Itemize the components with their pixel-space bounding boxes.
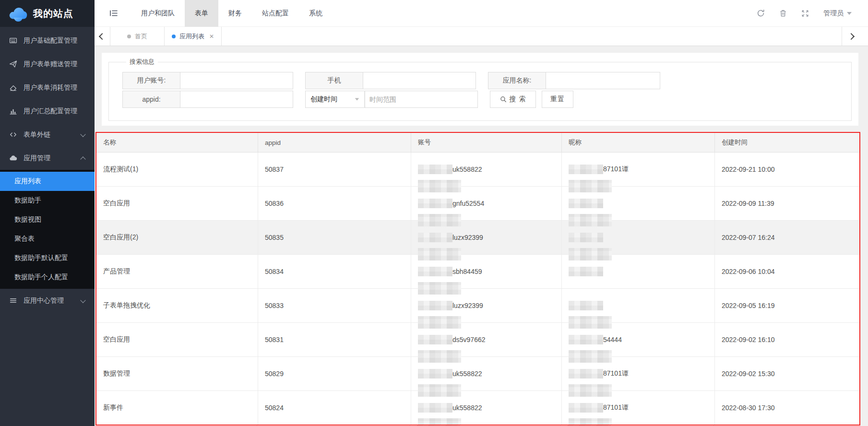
- column-header-appid[interactable]: appid: [258, 133, 411, 152]
- subitem-label: 数据助手: [14, 196, 41, 205]
- search-button[interactable]: 搜 索: [490, 91, 536, 108]
- table-row[interactable]: 新事件 50824 uk558822 87101谭 2022-08-30 17:…: [96, 391, 859, 425]
- tab-label: 首页: [135, 32, 147, 41]
- sidebar-item-user-summary-config[interactable]: 用户汇总配置管理: [0, 99, 95, 123]
- sidebar-item-form-gift[interactable]: 用户表单赠送管理: [0, 52, 95, 76]
- app-management-submenu: 应用列表 数据助手 数据视图 聚合表 数据助手默认配置 数据助手个人配置: [0, 170, 95, 289]
- table-row[interactable]: 产品管理 50834 sbh84459 2022-09-06 10:04: [96, 255, 859, 289]
- column-header-account[interactable]: 账号: [411, 133, 562, 152]
- table-row[interactable]: 空白应用 50836 gnfu52554 2022-09-09 11:39: [96, 187, 859, 221]
- sidebar-item-label: 表单外链: [24, 130, 50, 139]
- cell-appid: 50833: [258, 289, 411, 322]
- page-content: 搜索信息 用户账号: 手机 应用名称:: [95, 46, 868, 426]
- top-menu-label: 站点配置: [262, 9, 289, 18]
- sidebar-item-label: 用户表单消耗管理: [24, 83, 77, 92]
- redaction-blur: [418, 214, 461, 226]
- cell-appid: 50834: [258, 255, 411, 288]
- appid-input[interactable]: [180, 91, 293, 108]
- refresh-icon[interactable]: [757, 9, 765, 17]
- sidebar-subitem-data-helper-default-config[interactable]: 数据助手默认配置: [0, 248, 95, 268]
- brand-logo[interactable]: 我的站点: [0, 0, 95, 27]
- reset-button[interactable]: 重置: [542, 91, 573, 108]
- close-icon[interactable]: ✕: [209, 33, 214, 40]
- tab-dot-icon: [127, 35, 131, 38]
- cell-created: 2022-09-21 10:00: [715, 153, 859, 186]
- cell-name: 数据管理: [96, 357, 258, 390]
- tabs-scroll-right-button[interactable]: [842, 27, 860, 46]
- eraser-icon: [9, 83, 17, 92]
- top-menu-finance[interactable]: 财务: [218, 0, 252, 27]
- chevron-up-icon: [80, 156, 85, 162]
- sidebar-item-app-management[interactable]: 应用管理: [0, 146, 95, 170]
- phone-input[interactable]: [363, 72, 476, 89]
- admin-user-label: 管理员: [823, 9, 844, 18]
- redaction-blur: [569, 316, 612, 329]
- redaction-blur: [569, 350, 612, 363]
- top-menu-label: 财务: [228, 9, 242, 18]
- side-menu: 用户基础配置管理 用户表单赠送管理 用户表单消耗管理: [0, 27, 95, 312]
- cell-appid: 50831: [258, 323, 411, 356]
- tabs-scroll-left-button[interactable]: [95, 27, 110, 46]
- brand-title: 我的站点: [33, 7, 73, 20]
- table-header-row: 名称 appid 账号 昵称 创建时间: [96, 133, 859, 153]
- table-row[interactable]: 空白应用 50831 ds5v97662 54444 2022-09-02 16…: [96, 323, 859, 357]
- cell-created: 2022-09-02 16:10: [715, 323, 859, 356]
- search-legend: 搜索信息: [126, 58, 158, 66]
- time-type-select[interactable]: 创建时间: [305, 91, 365, 108]
- table-row[interactable]: 空白应用(2) 50835 luzx92399 2022-09-07 16:24: [96, 221, 859, 255]
- top-menu-site-config[interactable]: 站点配置: [252, 0, 299, 27]
- fullscreen-icon[interactable]: [801, 10, 809, 17]
- sidebar-subitem-aggregate-table[interactable]: 聚合表: [0, 229, 95, 248]
- sidebar-subitem-data-helper-personal-config[interactable]: 数据助手个人配置: [0, 268, 95, 287]
- cell-name: 空白应用(2): [96, 221, 258, 254]
- cell-appid: 50837: [258, 153, 411, 186]
- table-row[interactable]: 流程测试(1) 50837 uk558822 87101谭 2022-09-21…: [96, 153, 859, 187]
- cell-name: 空白应用: [96, 187, 258, 220]
- top-menu-forms[interactable]: 表单: [185, 0, 218, 27]
- admin-user-dropdown[interactable]: 管理员: [823, 9, 852, 18]
- sidebar-subitem-data-helper[interactable]: 数据助手: [0, 191, 95, 210]
- bar-chart-icon: [9, 107, 17, 115]
- collapse-sidebar-icon[interactable]: [95, 9, 131, 17]
- sidebar-item-form-external-link[interactable]: 表单外链: [0, 123, 95, 146]
- column-header-created[interactable]: 创建时间: [715, 133, 859, 152]
- trash-icon[interactable]: [779, 9, 787, 17]
- cell-name: 流程测试(1): [96, 153, 258, 186]
- redaction-blur: [418, 335, 452, 344]
- redaction-blur: [418, 418, 461, 426]
- top-menu-system[interactable]: 系统: [299, 0, 333, 27]
- sidebar-subitem-app-list[interactable]: 应用列表: [0, 172, 95, 191]
- top-menu-users-teams[interactable]: 用户和团队: [131, 0, 185, 27]
- sidebar-item-form-consume[interactable]: 用户表单消耗管理: [0, 76, 95, 99]
- app-list-table: 名称 appid 账号 昵称 创建时间 流程测试(1) 50837 uk5588…: [95, 132, 860, 426]
- column-header-nickname[interactable]: 昵称: [562, 133, 715, 152]
- subitem-label: 数据助手个人配置: [14, 273, 68, 282]
- app-name-input[interactable]: [546, 72, 660, 89]
- redaction-blur: [418, 282, 461, 295]
- tab-home[interactable]: 首页: [120, 27, 155, 46]
- caret-down-icon: [847, 12, 852, 15]
- cell-appid: 50829: [258, 357, 411, 390]
- table-row[interactable]: 子表单拖拽优化 50833 luzx92399 2022-09-05 16:19: [96, 289, 859, 323]
- redaction-blur: [569, 335, 603, 344]
- sidebar-item-label: 用户基础配置管理: [24, 36, 77, 45]
- sidebar-item-label: 应用中心管理: [24, 296, 64, 305]
- sidebar-item-user-base-config[interactable]: 用户基础配置管理: [0, 29, 95, 52]
- sidebar-item-app-center-management[interactable]: 应用中心管理: [0, 289, 95, 312]
- table-row[interactable]: 数据管理 50829 uk558822 87101谭 2022-09-02 15…: [96, 357, 859, 391]
- account-input[interactable]: [180, 72, 293, 89]
- column-header-name[interactable]: 名称: [96, 133, 258, 152]
- redaction-blur: [418, 384, 461, 397]
- cell-account: uk558822: [411, 153, 562, 186]
- code-link-icon: [9, 130, 17, 139]
- caret-down-icon: [355, 98, 359, 100]
- cell-created: 2022-09-06 10:04: [715, 255, 859, 288]
- search-row-2: appid: 创建时间: [122, 91, 851, 108]
- tab-label: 应用列表: [179, 32, 204, 41]
- time-range-input[interactable]: [365, 91, 478, 108]
- sidebar-subitem-data-view[interactable]: 数据视图: [0, 210, 95, 229]
- chevron-down-icon: [80, 297, 85, 303]
- tab-app-list[interactable]: 应用列表 ✕: [164, 27, 222, 46]
- time-type-value: 创建时间: [310, 95, 337, 104]
- cell-created: 2022-09-09 11:39: [715, 187, 859, 220]
